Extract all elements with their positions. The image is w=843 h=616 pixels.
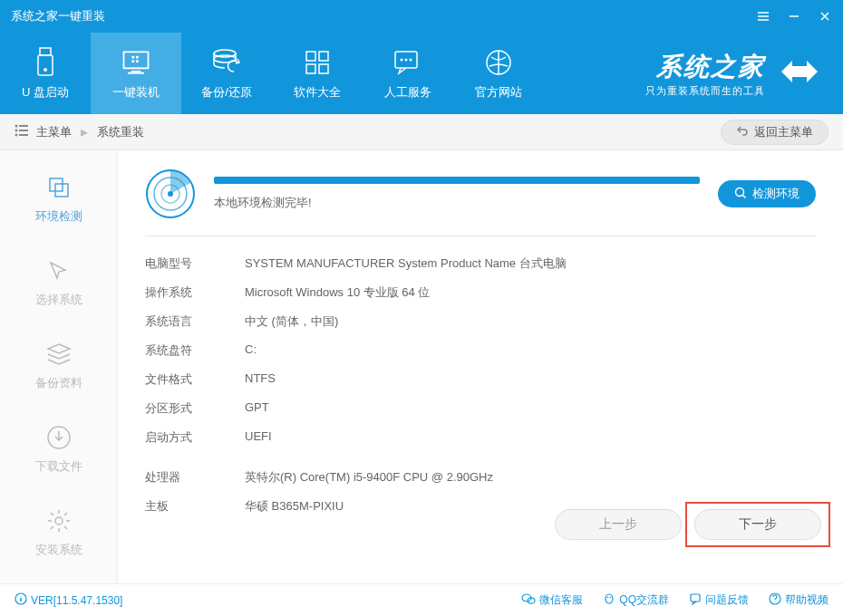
divider: [145, 236, 816, 236]
feedback-icon: [689, 592, 702, 608]
progress-bar: [214, 177, 700, 184]
back-to-main-button[interactable]: 返回主菜单: [721, 120, 828, 145]
info-row: 系统语言中文 (简体，中国): [145, 307, 803, 336]
link-label: QQ交流群: [619, 592, 669, 608]
info-row: 系统盘符C:: [145, 336, 803, 365]
svg-point-24: [15, 129, 18, 131]
sidebar-label: 选择系统: [35, 292, 82, 308]
nav-backup[interactable]: 备份/还原: [181, 33, 272, 114]
svg-rect-15: [306, 64, 315, 73]
sidebar-item-install[interactable]: 安装系统: [0, 491, 117, 574]
svg-rect-1: [38, 55, 53, 75]
svg-rect-27: [19, 134, 28, 136]
minimize-icon[interactable]: [787, 9, 801, 24]
svg-point-35: [168, 191, 173, 197]
sidebar-item-backup[interactable]: 备份资料: [0, 324, 117, 408]
qq-group-link[interactable]: QQ交流群: [603, 592, 669, 608]
svg-point-18: [401, 59, 403, 62]
sidebar-label: 备份资料: [35, 375, 82, 391]
nav-usb-boot[interactable]: U 盘启动: [0, 33, 91, 114]
svg-point-40: [606, 594, 613, 603]
prev-step-button[interactable]: 上一步: [555, 509, 682, 540]
info-row: 分区形式GPT: [145, 394, 803, 423]
version-text: VER[11.5.47.1530]: [31, 594, 122, 607]
svg-point-31: [55, 517, 63, 525]
svg-rect-16: [319, 64, 328, 73]
next-step-button[interactable]: 下一步: [694, 509, 821, 540]
check-btn-label: 检测环境: [752, 186, 799, 202]
brand: 系统之家 只为重装系统而生的工具: [645, 50, 825, 98]
svg-rect-14: [319, 52, 328, 61]
wechat-icon: [521, 592, 536, 608]
nav-label: 软件大全: [294, 84, 341, 101]
sidebar-item-download[interactable]: 下载文件: [0, 408, 117, 491]
info-row: 电脑型号SYSTEM MANUFACTURER System Product N…: [145, 249, 803, 278]
list-icon: [15, 124, 29, 140]
link-label: 微信客服: [539, 592, 583, 608]
app-title: 系统之家一键重装: [11, 8, 756, 24]
sidebar-label: 下载文件: [35, 458, 82, 475]
help-video-link[interactable]: 帮助视频: [769, 592, 828, 608]
info-row: 启动方式UEFI: [145, 423, 803, 452]
info-row: 操作系统Microsoft Windows 10 专业版 64 位: [145, 278, 803, 307]
sidebar-item-select-system[interactable]: 选择系统: [0, 241, 117, 324]
info-list: 电脑型号SYSTEM MANUFACTURER System Product N…: [145, 249, 816, 512]
nav-one-click[interactable]: 一键装机: [91, 33, 181, 114]
breadcrumb-current: 系统重装: [97, 124, 144, 140]
check-env-button[interactable]: 检测环境: [718, 180, 816, 207]
nav-label: 人工服务: [384, 84, 431, 101]
svg-point-2: [44, 68, 47, 72]
gear-icon: [45, 507, 73, 534]
layers-icon: [45, 341, 73, 368]
chevron-right-icon: ▸: [81, 123, 88, 140]
nav-software[interactable]: 软件大全: [272, 33, 363, 114]
cursor-icon: [45, 257, 73, 284]
content: 本地环境检测完毕! 检测环境 电脑型号SYSTEM MANUFACTURER S…: [118, 150, 843, 583]
radar-icon: [145, 168, 196, 219]
nav-label: 一键装机: [112, 84, 160, 101]
svg-rect-29: [55, 184, 68, 197]
svg-rect-13: [306, 52, 315, 61]
feedback-link[interactable]: 问题反馈: [689, 592, 749, 608]
nav-support[interactable]: 人工服务: [363, 33, 453, 114]
svg-rect-7: [132, 56, 135, 59]
svg-rect-8: [136, 56, 139, 59]
svg-point-36: [736, 188, 744, 196]
svg-point-20: [410, 59, 412, 62]
link-label: 帮助视频: [785, 592, 828, 608]
sidebar-label: 环境检测: [35, 208, 82, 225]
close-icon[interactable]: [818, 9, 832, 24]
sidebar-label: 安装系统: [35, 542, 82, 558]
globe-icon: [482, 46, 515, 79]
breadcrumb-home[interactable]: 主菜单: [36, 124, 72, 140]
sidebar-item-env-check[interactable]: 环境检测: [0, 158, 117, 241]
wechat-support-link[interactable]: 微信客服: [521, 592, 583, 608]
svg-rect-5: [131, 71, 141, 72]
menu-icon[interactable]: [756, 9, 770, 24]
nav-label: U 盘启动: [22, 84, 69, 101]
svg-point-22: [15, 124, 18, 127]
brand-logo-icon: [774, 52, 825, 95]
apps-icon: [301, 46, 334, 79]
svg-point-19: [405, 59, 408, 62]
svg-rect-0: [40, 48, 51, 55]
info-row: 处理器英特尔(R) Core(TM) i5-9400F CPU @ 2.90GH…: [145, 463, 803, 492]
brand-title: 系统之家: [656, 50, 765, 84]
top-nav: U 盘启动 一键装机 备份/还原 软件大全 人工服务 官方网站 系统之家 只为重…: [0, 33, 843, 114]
download-icon: [45, 424, 73, 451]
info-row: 文件格式NTFS: [145, 365, 803, 394]
version-info[interactable]: VER[11.5.47.1530]: [15, 592, 122, 608]
main: 环境检测 选择系统 备份资料 下载文件 安装系统 本地环境检测完毕!: [0, 150, 843, 583]
undo-icon: [736, 124, 749, 140]
brand-subtitle: 只为重装系统而生的工具: [645, 84, 765, 98]
svg-point-41: [607, 597, 609, 599]
nav-website[interactable]: 官方网站: [453, 33, 544, 114]
titlebar: 系统之家一键重装: [0, 0, 843, 33]
svg-rect-9: [132, 60, 135, 63]
backup-icon: [210, 46, 243, 79]
search-icon: [734, 187, 747, 202]
svg-rect-10: [136, 60, 139, 63]
qq-icon: [603, 592, 615, 608]
svg-rect-28: [50, 178, 63, 191]
info-icon: [15, 592, 27, 608]
